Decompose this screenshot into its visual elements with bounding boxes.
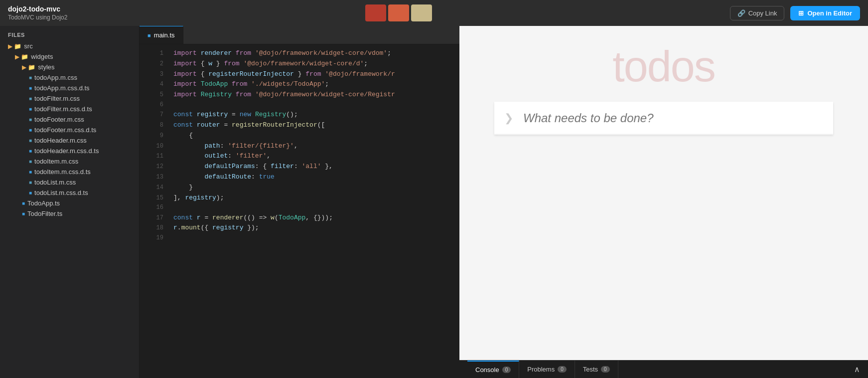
folder-icon: ▶ 📁 — [22, 64, 35, 71]
toggle-all-icon[interactable]: ❯ — [494, 112, 523, 125]
code-area[interactable]: 1import renderer from '@dojo/framework/w… — [140, 44, 459, 378]
tree-item-label: todoItem.m.css — [34, 158, 78, 165]
line-number: 16 — [147, 203, 163, 212]
code-line: 13 defaultRoute: true — [140, 172, 459, 183]
ts-d-file-icon: ■ — [29, 85, 32, 91]
code-content: ], registry); — [173, 193, 224, 203]
swatch-3[interactable] — [411, 4, 432, 21]
tree-item-label: todoFooter.m.css.d.ts — [34, 126, 96, 134]
copy-link-button[interactable]: 🔗 Copy Link — [730, 6, 785, 20]
tree-item[interactable]: ■todoFilter.m.css.d.ts — [0, 104, 139, 114]
bottom-tab-problems[interactable]: Problems0 — [519, 361, 575, 378]
todo-input-container: ❯ — [494, 102, 833, 135]
line-number: 12 — [147, 162, 163, 172]
tree-item-label: todoList.m.css — [34, 179, 76, 186]
preview-pane: todos ❯ Console0Problems0Tests0 ∧ — [459, 26, 868, 378]
ts-d-file-icon: ■ — [29, 169, 32, 175]
css-file-icon: ■ — [29, 117, 32, 122]
tree-item-label: todoFilter.m.css — [34, 95, 80, 102]
tree-item[interactable]: ■todoItem.m.css — [0, 156, 139, 167]
code-content: import { registerRouterInjector } from '… — [173, 69, 395, 80]
code-line: 19 — [140, 233, 459, 243]
tree-item[interactable]: ■todoFooter.m.css — [0, 114, 139, 125]
file-tree: ▶ 📁src▶ 📁widgets▶ 📁styles■todoApp.m.css■… — [0, 41, 139, 223]
tree-item[interactable]: ▶ 📁styles — [0, 62, 139, 72]
folder-icon: ▶ 📁 — [15, 53, 28, 60]
tree-item[interactable]: ■todoHeader.m.css.d.ts — [0, 146, 139, 156]
line-number: 15 — [147, 193, 163, 203]
ts-d-file-icon: ■ — [29, 127, 32, 133]
code-content: } — [173, 183, 193, 193]
css-file-icon: ■ — [29, 138, 32, 143]
tree-item-label: TodoApp.ts — [27, 199, 60, 207]
tree-item[interactable]: ■todoFooter.m.css.d.ts — [0, 125, 139, 135]
line-number: 6 — [147, 100, 163, 110]
code-line: 18r.mount({ registry }); — [140, 223, 459, 233]
tree-item[interactable]: ■todoApp.m.css — [0, 72, 139, 83]
tree-item[interactable]: ■todoApp.m.css.d.ts — [0, 83, 139, 93]
tree-item[interactable]: ■TodoFilter.ts — [0, 208, 139, 219]
tree-item[interactable]: ■TodoApp.ts — [0, 198, 139, 208]
code-line: 2import { w } from '@dojo/framework/widg… — [140, 59, 459, 69]
tree-item-label: todoApp.m.css — [34, 74, 77, 81]
code-line: 11 outlet: 'filter', — [140, 151, 459, 162]
tree-item[interactable]: ■todoItem.m.css.d.ts — [0, 167, 139, 177]
bottom-tab-console[interactable]: Console0 — [467, 361, 519, 378]
tree-item[interactable]: ▶ 📁src — [0, 41, 139, 51]
code-content: { — [173, 131, 193, 141]
code-content: import { w } from '@dojo/framework/widge… — [173, 59, 368, 69]
swatch-1[interactable] — [365, 4, 386, 21]
css-file-icon: ■ — [29, 180, 32, 185]
tree-item[interactable]: ■todoList.m.css.d.ts — [0, 188, 139, 198]
tree-item-label: todoHeader.m.css — [34, 137, 87, 144]
ts-d-file-icon: ■ — [29, 148, 32, 154]
collapse-button[interactable]: ∧ — [854, 365, 860, 374]
tree-item[interactable]: ■todoHeader.m.css — [0, 135, 139, 146]
tree-item[interactable]: ■todoList.m.css — [0, 177, 139, 188]
code-content: const registry = new Registry(); — [173, 110, 298, 120]
ts-d-file-icon: ■ — [29, 106, 32, 112]
tree-item[interactable]: ■todoFilter.m.css — [0, 93, 139, 104]
line-number: 18 — [147, 223, 163, 233]
tree-item[interactable]: ▶ 📁widgets — [0, 51, 139, 62]
todo-title: todos — [612, 41, 715, 92]
tree-item-label: todoApp.m.css.d.ts — [34, 84, 90, 92]
line-number: 4 — [147, 80, 163, 89]
preview-content: todos ❯ — [459, 26, 868, 360]
code-line: 6 — [140, 100, 459, 110]
line-number: 17 — [147, 213, 163, 223]
code-line: 8const router = registerRouterInjector([ — [140, 120, 459, 131]
tree-item-label: todoItem.m.css.d.ts — [34, 168, 91, 176]
editor-icon: ⊞ — [798, 9, 804, 17]
tab-badge: 0 — [502, 367, 511, 373]
code-line: 15], registry); — [140, 193, 459, 203]
code-content: r.mount({ registry }); — [173, 223, 259, 233]
line-number: 7 — [147, 110, 163, 120]
code-content: const router = registerRouterInjector([ — [173, 120, 325, 131]
ts-file-icon: ■ — [22, 211, 25, 216]
code-line: 14 } — [140, 183, 459, 193]
tab-main-ts[interactable]: ■ main.ts — [140, 26, 183, 44]
folder-icon: ▶ 📁 — [8, 43, 21, 50]
open-in-editor-button[interactable]: ⊞ Open in Editor — [790, 6, 860, 20]
tree-item-label: styles — [38, 63, 54, 71]
new-todo-input[interactable] — [523, 111, 833, 125]
code-line: 9 { — [140, 131, 459, 141]
bottom-bar: Console0Problems0Tests0 ∧ — [459, 360, 868, 378]
tree-item-label: src — [24, 42, 32, 50]
tab-badge: 0 — [558, 366, 567, 373]
swatch-2[interactable] — [388, 4, 409, 21]
code-line: 3import { registerRouterInjector } from … — [140, 69, 459, 80]
line-number: 2 — [147, 59, 163, 69]
code-line: 16 — [140, 203, 459, 212]
line-number: 8 — [147, 121, 163, 130]
copy-link-label: Copy Link — [748, 9, 777, 17]
bottom-tab-tests[interactable]: Tests0 — [575, 361, 618, 378]
ts-d-file-icon: ■ — [29, 190, 32, 195]
css-file-icon: ■ — [29, 96, 32, 101]
ts-file-icon: ■ — [147, 32, 151, 38]
line-number: 3 — [147, 70, 163, 79]
color-swatches — [365, 4, 432, 21]
tree-item-label: TodoFilter.ts — [27, 210, 62, 217]
css-file-icon: ■ — [29, 159, 32, 164]
